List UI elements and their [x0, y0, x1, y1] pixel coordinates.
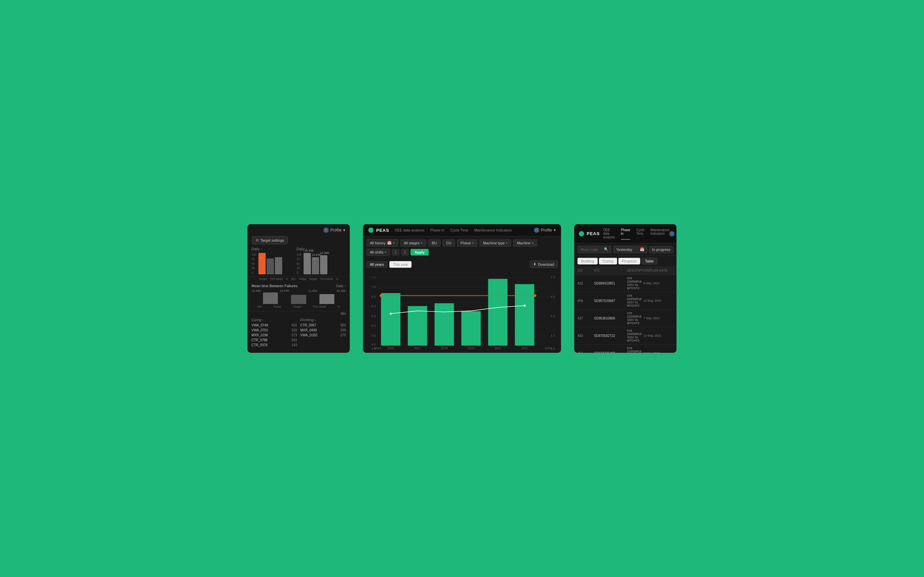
profile-icon: 👤 — [323, 227, 329, 233]
bar-gray-2 — [275, 257, 282, 274]
mtbf-daily: Daily › — [336, 284, 346, 288]
date-filter[interactable]: Yesterday 📅 — [613, 246, 647, 253]
this-year-tab[interactable]: This year — [389, 261, 412, 268]
nav-tabs: OEE data analysis Phase in Cycle Time Ma… — [394, 227, 512, 233]
svg-text:7.5: 7.5 — [372, 276, 376, 279]
mtbf-val3: 11.61K — [308, 289, 318, 292]
target-settings-button[interactable]: ⊙ Target settings — [252, 236, 288, 244]
tab3-phasein[interactable]: Phase in — [621, 227, 630, 240]
tab3-cycletime[interactable]: Cycle Time — [636, 227, 645, 240]
problems-section: Curing › VWA_0748 416 VWA_0701 320 MXR_0… — [247, 316, 350, 350]
search-icon: 🔍 — [604, 247, 609, 251]
dot-marker-r — [314, 259, 315, 259]
metrics-top: Daily › 100 75 50 25 0 Daily — [247, 247, 350, 276]
bar-2019 — [461, 311, 481, 345]
search-placeholder: Short code — [580, 248, 598, 251]
bar-orange — [258, 253, 266, 274]
curing-col: Curing › VWA_0748 416 VWA_0701 320 MXR_0… — [252, 318, 297, 348]
row-labels: Target This week % Min Today Target This… — [247, 276, 350, 281]
mtbf-labels: Min Today Target This week % — [252, 305, 346, 308]
svg-text:2020: 2020 — [494, 347, 501, 350]
th-sc: S/C — [577, 269, 594, 272]
bar-gray-1 — [267, 258, 274, 274]
problem-row: MXR_0186 273 — [252, 333, 297, 338]
bars-right: 100 75 50 25 0 15.43K 12.67K 12.34K — [297, 253, 346, 274]
mtbf-bar1 — [263, 292, 278, 304]
scale-right: 100 75 50 25 0 — [297, 253, 302, 274]
view-tab-building[interactable]: Building — [577, 258, 598, 264]
bar-r2: 12.67K — [312, 257, 319, 274]
pager-1[interactable]: 1 — [392, 249, 399, 256]
profile-label-3: Profile — [676, 232, 677, 236]
problem-row: CTR_0957 383 — [300, 323, 346, 328]
metric-section-right: Daily › 100 75 50 25 0 15.43K 12.67K 12.… — [297, 247, 346, 274]
table-row[interactable]: 409 SD957533687 578 225/55R18 102V XL WT… — [574, 292, 677, 309]
panel2-header: PEAS OEE data analysis Phase in Cycle Ti… — [363, 224, 561, 236]
all-years-tab[interactable]: All years — [366, 261, 388, 268]
svg-text:2016: 2016 — [388, 347, 394, 350]
view-tab-table[interactable]: Table — [641, 258, 657, 264]
th-date: Plan date — [649, 269, 677, 272]
table-row[interactable]: 422 SD889410851 578 225/55R18 102V XL WT… — [574, 275, 677, 292]
all-history-filter[interactable]: All history 📅 ▾ — [366, 239, 398, 247]
profile-label: Profile — [330, 228, 342, 232]
scale-left: 100 75 50 25 0 — [252, 253, 257, 274]
all-shifts-filter[interactable]: All shifts ▾ — [366, 248, 390, 256]
all-stages-filter[interactable]: All stages ▾ — [400, 239, 426, 247]
apply-button[interactable]: Apply — [410, 249, 429, 256]
tab3-oee[interactable]: OEE data analysis — [603, 227, 615, 240]
tab-phasein[interactable]: Phase in — [430, 227, 444, 233]
profile-button-2[interactable]: 👤 Profile ▾ — [534, 227, 556, 233]
panel-phasein: PEAS OEE data analysis Phase in Cycle Ti… — [574, 224, 677, 353]
cu-filter[interactable]: CU — [443, 239, 455, 247]
machine-type-filter[interactable]: Machine type ▾ — [480, 239, 511, 247]
table-row[interactable]: 452 SD974236488 578 225/55R18 102V XL WT… — [574, 345, 677, 353]
svg-text:5.5: 5.5 — [372, 314, 376, 318]
calendar-icon-3: 📅 — [640, 247, 645, 251]
metric-title-left: Daily › — [252, 247, 293, 251]
table-row[interactable]: 483 SD870582722 578 225/55R18 102V XL WT… — [574, 327, 677, 345]
profile-icon-3: 👤 — [669, 231, 675, 236]
bu-filter[interactable]: BU — [428, 239, 440, 247]
finishing-col: Finishing › CTR_0957 383 MXR_0499 299 VW… — [300, 318, 346, 348]
oee-chart: 7.5 7.0 6.5 6.0 5.5 5.0 4.5 4.0 3.5 7.5 … — [368, 273, 556, 350]
view-tab-progress[interactable]: Progress — [619, 258, 640, 264]
svg-text:4.5: 4.5 — [372, 334, 376, 337]
status-filter[interactable]: In progress — [649, 246, 673, 253]
metric-section-left: Daily › 100 75 50 25 0 — [252, 247, 293, 274]
peas-dot — [368, 227, 373, 233]
tab3-maintenance[interactable]: Maintenance Indicators — [651, 227, 669, 240]
table-row[interactable]: 437 SD953610886 578 225/55R18 102V XL WT… — [574, 309, 677, 327]
svg-text:2017: 2017 — [414, 347, 421, 350]
mtbf-bar3 — [320, 294, 334, 304]
filter-toolbar: All history 📅 ▾ All stages ▾ BU CU Phase… — [363, 236, 561, 258]
panel3-header: PEAS OEE data analysis Phase in Cycle Ti… — [574, 224, 677, 243]
mtbf-val2: 12.67K — [280, 289, 289, 292]
mtbf-bars-container: 15.43K 12.67K 11.61K 12.34K — [252, 289, 346, 304]
svg-text:7.0: 7.0 — [372, 285, 376, 288]
machine-filter[interactable]: Machine ▾ — [513, 239, 537, 247]
profile-button-3[interactable]: 👤 Profile ▾ — [669, 231, 677, 236]
pager-2[interactable]: 2 — [401, 249, 409, 256]
svg-text:2019: 2019 — [468, 347, 474, 350]
download-button[interactable]: ⬇ Download — [530, 261, 558, 268]
svg-text:6.5: 6.5 — [551, 295, 555, 298]
mtbf-header: Mean time Between Failures Daily › — [252, 284, 346, 288]
problem-row: MXR_0499 299 — [300, 328, 346, 333]
download-icon: ⬇ — [533, 262, 536, 266]
finishing-header: Finishing › — [300, 318, 346, 322]
panel1-header: 👤 Profile ▾ — [247, 224, 350, 236]
tab-cycletime[interactable]: Cycle Time — [451, 227, 468, 233]
profile-button[interactable]: 👤 Profile ▾ — [323, 227, 345, 233]
svg-text:2021: 2021 — [522, 347, 528, 350]
problem-row: VWA_D332 270 — [300, 333, 346, 338]
tab-oee[interactable]: OEE data analysis — [394, 227, 424, 233]
view-tab-curing[interactable]: Curing — [599, 258, 617, 264]
short-code-search[interactable]: Short code 🔍 — [577, 246, 612, 253]
dot-marker — [261, 258, 262, 258]
panel3-toolbar: Short code 🔍 Yesterday 📅 In progress — [574, 243, 677, 256]
problem-row: CTR_0978 143 — [252, 343, 297, 348]
tab-maintenance[interactable]: Maintenance Indicators — [474, 227, 512, 233]
phase-filter[interactable]: Phase ▾ — [457, 239, 478, 247]
svg-text:4.0: 4.0 — [372, 343, 376, 346]
